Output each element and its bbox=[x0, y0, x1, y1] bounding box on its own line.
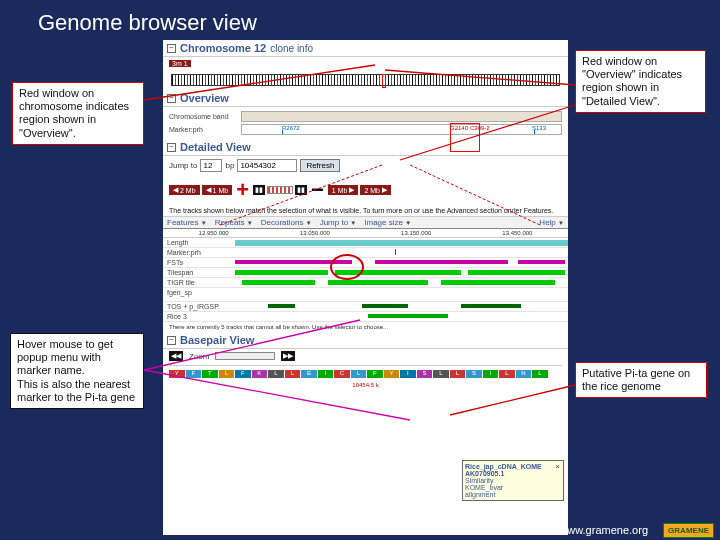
track-area[interactable] bbox=[235, 239, 568, 246]
track-area[interactable] bbox=[235, 269, 568, 276]
track-label: Length bbox=[163, 239, 235, 246]
track-area[interactable] bbox=[235, 259, 568, 266]
zoom-out-icon[interactable]: − bbox=[309, 177, 326, 203]
chromosome-band[interactable] bbox=[171, 74, 560, 86]
tracks-footer: There are currently 5 tracks that cannot… bbox=[163, 322, 568, 332]
basepair-residue: L bbox=[499, 370, 515, 378]
zoom-bar-icon[interactable]: ▮▮ bbox=[295, 185, 307, 195]
collapse-icon[interactable]: − bbox=[167, 44, 176, 53]
annotation-chromosome-window: Red window on chromosome indicates regio… bbox=[12, 82, 144, 145]
chromosome-red-window bbox=[382, 74, 386, 88]
overview-marker-track[interactable]: R2672 G2140 C309-2 S133 bbox=[241, 124, 562, 135]
zoom-slider[interactable] bbox=[267, 186, 293, 194]
bp-label: bp bbox=[225, 161, 234, 170]
menu-help[interactable]: Help ▼ bbox=[539, 218, 564, 227]
overview-band-track[interactable] bbox=[241, 111, 562, 122]
footer-logo: GRAMENE bbox=[663, 523, 714, 538]
basepair-residue: I bbox=[483, 370, 499, 378]
track-label: TOS + p_IRGSP bbox=[163, 303, 235, 310]
collapse-icon[interactable]: − bbox=[167, 94, 176, 103]
nav-right-1mb[interactable]: 1 Mb ▶ bbox=[328, 185, 359, 195]
slide-title: Genome browser view bbox=[38, 10, 257, 36]
basepair-residue: I bbox=[400, 370, 416, 378]
basepair-residue: L bbox=[268, 370, 284, 378]
basepair-residue: L bbox=[219, 370, 235, 378]
marker-tooltip[interactable]: Rice_jap_cDNA_KOME AK070905.1 Similarity… bbox=[462, 460, 564, 501]
track-label: FSTs bbox=[163, 259, 235, 266]
chromosome-header[interactable]: − Chromosome 12 clone info bbox=[163, 40, 568, 57]
basepair-residue: S bbox=[417, 370, 433, 378]
basepair-header[interactable]: − Basepair View bbox=[163, 332, 568, 349]
tooltip-link[interactable]: KOME_bvar bbox=[465, 484, 561, 491]
zoom-in-icon[interactable]: + bbox=[234, 177, 251, 203]
tooltip-title: Rice_jap_cDNA_KOME bbox=[465, 463, 561, 470]
basepair-residue: L bbox=[532, 370, 548, 378]
bp-zoom-left[interactable]: ◀◀ bbox=[169, 351, 183, 361]
nav-left-2mb[interactable]: ◀ 2 Mb bbox=[169, 185, 200, 195]
footer-url: www.gramene.org bbox=[559, 524, 648, 536]
zoom-bar-icon[interactable]: ▮▮ bbox=[253, 185, 265, 195]
chromosome-title: Chromosome 12 bbox=[180, 42, 266, 54]
overview-header[interactable]: − Overview bbox=[163, 90, 568, 107]
overview-marker-label: Marker:prh bbox=[169, 126, 241, 133]
basepair-residue: C bbox=[334, 370, 350, 378]
jump-chr-input[interactable] bbox=[200, 159, 222, 172]
detailed-header[interactable]: − Detailed View bbox=[163, 139, 568, 156]
basepair-residue: L bbox=[351, 370, 367, 378]
track-area[interactable] bbox=[235, 249, 568, 256]
basepair-residue: F bbox=[367, 370, 383, 378]
detailed-title: Detailed View bbox=[180, 141, 251, 153]
genome-browser-panel: − Chromosome 12 clone info 3m 1 − Overvi… bbox=[163, 40, 568, 535]
clone-info-link[interactable]: clone info bbox=[270, 43, 313, 54]
overview-band-label: Chromosome band bbox=[169, 113, 241, 120]
track-area[interactable] bbox=[235, 289, 568, 300]
annotation-overview-window: Red window on "Overview" indicates regio… bbox=[575, 50, 706, 113]
overview-red-window bbox=[450, 123, 480, 152]
track-label: Tilespan bbox=[163, 269, 235, 276]
menu-decorations[interactable]: Decorations ▼ bbox=[261, 218, 312, 227]
track-label: TIGR tile bbox=[163, 279, 235, 286]
basepair-residue: K bbox=[252, 370, 268, 378]
overview-title: Overview bbox=[180, 92, 229, 104]
annotation-pita-gene: Putative Pi-ta gene on the rice genome bbox=[575, 362, 707, 398]
nav-right-2mb[interactable]: 2 Mb ▶ bbox=[360, 185, 391, 195]
basepair-residue: F bbox=[235, 370, 251, 378]
collapse-icon[interactable]: − bbox=[167, 143, 176, 152]
close-icon[interactable]: × bbox=[555, 462, 560, 471]
basepair-residue: I bbox=[318, 370, 334, 378]
track-label: Rice 3 bbox=[163, 313, 235, 320]
zoom-label: Zoom bbox=[189, 352, 209, 361]
jump-pos-input[interactable] bbox=[237, 159, 297, 172]
chromosome-scale: 3m 1 bbox=[169, 60, 191, 67]
marker-label[interactable]: R2672 bbox=[282, 125, 300, 131]
basepair-residue: Y bbox=[169, 370, 185, 378]
jump-label: Jump to bbox=[169, 161, 197, 170]
basepair-track[interactable]: 10454.5 k YFTLFKLLEICLFYISLLSILNL bbox=[169, 365, 562, 405]
tooltip-link[interactable]: alignment bbox=[465, 491, 561, 498]
coord-ruler: 12.950.00013.050.00013.150.00013.450.000 bbox=[163, 229, 568, 238]
track-area[interactable] bbox=[235, 313, 568, 320]
basepair-residue: L bbox=[433, 370, 449, 378]
track-label: Marker:prh bbox=[163, 249, 235, 256]
bp-zoom-slider[interactable] bbox=[215, 352, 275, 360]
basepair-title: Basepair View bbox=[180, 334, 254, 346]
basepair-residue: T bbox=[202, 370, 218, 378]
menu-repeats[interactable]: Repeats ▼ bbox=[215, 218, 253, 227]
detailed-menubar: Features ▼ Repeats ▼ Decorations ▼ Jump … bbox=[163, 217, 568, 229]
track-label: fgen_sp bbox=[163, 289, 235, 300]
track-area[interactable] bbox=[235, 303, 568, 310]
nav-left-1mb[interactable]: ◀ 1 Mb bbox=[202, 185, 233, 195]
basepair-residue: S bbox=[466, 370, 482, 378]
menu-imagesize[interactable]: Image size ▼ bbox=[364, 218, 411, 227]
basepair-residue: Y bbox=[384, 370, 400, 378]
menu-features[interactable]: Features ▼ bbox=[167, 218, 207, 227]
collapse-icon[interactable]: − bbox=[167, 336, 176, 345]
tooltip-link[interactable]: Similarity bbox=[465, 477, 561, 484]
basepair-residue: L bbox=[450, 370, 466, 378]
basepair-coord: 10454.5 k bbox=[169, 382, 562, 388]
track-area[interactable] bbox=[235, 279, 568, 286]
refresh-button[interactable]: Refresh bbox=[300, 159, 340, 172]
bp-zoom-right[interactable]: ▶▶ bbox=[281, 351, 295, 361]
basepair-residue: L bbox=[285, 370, 301, 378]
menu-jumpto[interactable]: Jump to ▼ bbox=[320, 218, 357, 227]
